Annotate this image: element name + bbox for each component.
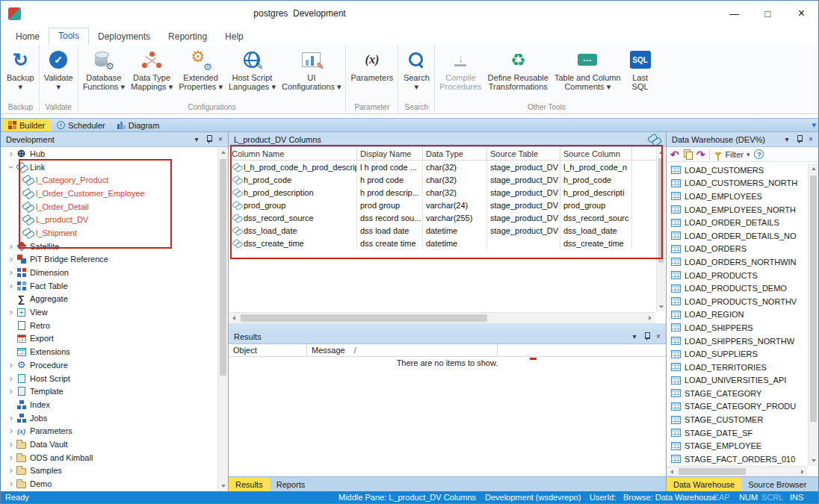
- ribbon-button-data-type-mappings[interactable]: Data TypeMappings ▾: [128, 45, 176, 100]
- view-tab-scheduler[interactable]: Scheduler: [51, 119, 111, 131]
- browser-horizontal-scrollbar[interactable]: [667, 466, 808, 476]
- table-list-item[interactable]: LOAD_SHIPPERS_NORTHW: [667, 335, 808, 348]
- maximize-button[interactable]: □: [751, 1, 785, 26]
- column-header-column-name[interactable]: Column Name: [229, 147, 357, 160]
- table-list-item[interactable]: LOAD_ORDERS_NORTHWIN: [667, 255, 808, 269]
- table-list-item[interactable]: LOAD_PRODUCTS_NORTHV: [667, 295, 808, 308]
- tree-item-fact-table[interactable]: ›Fact Table: [1, 279, 217, 293]
- dropdown-icon[interactable]: ▾: [783, 136, 791, 143]
- tree-item-aggregate[interactable]: ∑Aggregate: [1, 293, 217, 306]
- tree-item-pit-bridge-reference[interactable]: ›PiT Bridge Reference: [1, 253, 217, 267]
- ribbon-button-define-reusable-transformations[interactable]: ♻ Define ReusableTransformations: [485, 45, 551, 100]
- tree-item-view[interactable]: ›+View: [1, 305, 217, 319]
- menu-tab-reporting[interactable]: Reporting: [159, 29, 216, 45]
- tree-item-template[interactable]: ›Template: [1, 385, 217, 398]
- table-list-item[interactable]: STAGE_EMPLOYEE: [667, 439, 808, 452]
- table-list-item[interactable]: LOAD_SUPPLIERS: [667, 347, 808, 361]
- table-list-item[interactable]: STAGE_CUSTOMER: [667, 413, 808, 426]
- tab-data-warehouse[interactable]: Data Warehouse: [667, 477, 741, 491]
- menu-tab-help[interactable]: Help: [216, 29, 253, 45]
- tab-source-browser[interactable]: Source Browser: [741, 477, 813, 491]
- tree-item-index[interactable]: Index: [1, 398, 217, 411]
- column-header-message[interactable]: Message /: [307, 344, 498, 356]
- tree-item-procedure[interactable]: ›⚙Procedure: [1, 358, 217, 372]
- scrollbar-thumb[interactable]: [679, 468, 746, 475]
- scrollbar-thumb[interactable]: [810, 175, 817, 422]
- table-list-item[interactable]: LOAD_CUSTOMERS: [667, 164, 808, 177]
- chevron-right-icon[interactable]: ›: [7, 441, 16, 448]
- undo-arrow-icon[interactable]: ↶: [670, 149, 679, 160]
- tree-item-jobs[interactable]: ›Jobs: [1, 411, 217, 425]
- collapse-chevron-icon[interactable]: ▾: [812, 120, 816, 130]
- table-list-item[interactable]: LOAD_ORDER_DETAILS_NO: [667, 229, 808, 243]
- table-list-item[interactable]: LOAD_ORDER_DETAILS: [667, 216, 808, 229]
- column-header-source-column[interactable]: Source Column: [560, 147, 632, 160]
- scrollbar-thumb[interactable]: [658, 158, 664, 263]
- chevron-right-icon[interactable]: ›: [7, 454, 16, 461]
- chevron-right-icon[interactable]: ›: [7, 150, 16, 158]
- tree-item-l-shipment[interactable]: l_Shipment: [1, 226, 217, 240]
- splitter[interactable]: [229, 323, 666, 329]
- ribbon-button-parameters[interactable]: (x) Parameters: [347, 45, 396, 100]
- table-list-item[interactable]: STAGE_CATEGORY: [667, 387, 808, 400]
- table-row[interactable]: dss_load_date dss load date datetime sta…: [229, 224, 655, 237]
- close-icon[interactable]: ×: [217, 136, 224, 143]
- scroll-right-button[interactable]: [797, 467, 808, 476]
- tree-item-hub[interactable]: ›⊕Hub: [1, 147, 217, 161]
- chevron-right-icon[interactable]: ›: [7, 361, 16, 369]
- scroll-up-button[interactable]: [657, 148, 665, 157]
- ribbon-button-last-sql[interactable]: SQL LastSQL: [624, 45, 657, 100]
- tree-item-data-vault[interactable]: ›Data Vault: [1, 438, 217, 451]
- chevron-expanded-icon[interactable]: ›: [7, 163, 15, 172]
- tree-item-demo[interactable]: ›Demo: [1, 477, 217, 491]
- table-list-item[interactable]: LOAD_PRODUCTS_DEMO: [667, 281, 808, 295]
- column-header-display-name[interactable]: Display Name: [357, 147, 423, 160]
- chevron-right-icon[interactable]: ›: [7, 388, 16, 395]
- tree-item-l-order-detail[interactable]: l_Order_Detail: [1, 200, 217, 214]
- scroll-up-button[interactable]: [809, 164, 818, 174]
- chevron-right-icon[interactable]: ›: [7, 308, 16, 316]
- table-list-item[interactable]: STAGE_CATEGORY_PRODU: [667, 400, 808, 414]
- tab-results[interactable]: Results: [229, 477, 270, 491]
- chevron-right-icon[interactable]: ›: [7, 375, 16, 382]
- tree-item-l-product-dv[interactable]: L_product_DV: [1, 213, 217, 226]
- chevron-right-icon[interactable]: ›: [7, 282, 16, 290]
- table-list-item[interactable]: STAGE_DATE_SF: [667, 426, 808, 440]
- chevron-right-icon[interactable]: ›: [7, 467, 16, 474]
- ribbon-button-database-functions[interactable]: ⚙ DatabaseFunctions ▾: [80, 45, 128, 100]
- tree-item-ods-and-kimball[interactable]: ›ODS and Kimball: [1, 451, 217, 464]
- tree-item-satellite[interactable]: ›Satellite: [1, 240, 217, 253]
- table-list-item[interactable]: LOAD_ORDERS: [667, 243, 808, 256]
- column-header-data-type[interactable]: Data Type: [423, 147, 487, 160]
- close-button[interactable]: ×: [785, 1, 818, 26]
- table-list-item[interactable]: LOAD_SHIPPERS: [667, 321, 808, 335]
- menu-tab-home[interactable]: Home: [7, 29, 49, 45]
- tree-item-l-order-customer-employee[interactable]: l_Order_Customer_Employee: [1, 187, 217, 200]
- redo-arrow-icon[interactable]: ↷: [696, 149, 705, 160]
- table-row[interactable]: dss_record_source dss record sou... varc…: [229, 211, 655, 224]
- scrollbar-thumb[interactable]: [241, 314, 487, 322]
- dropdown-icon[interactable]: ▾: [193, 136, 200, 143]
- scroll-down-button[interactable]: [809, 455, 818, 466]
- menu-tab-deployments[interactable]: Deployments: [89, 29, 159, 45]
- table-row[interactable]: prod_group prod group varchar(24) stage_…: [229, 199, 655, 211]
- filter-button[interactable]: Filter ▾: [714, 150, 750, 159]
- ribbon-button-validate[interactable]: ✓ Validate▾: [41, 45, 76, 100]
- tab-reports[interactable]: Reports: [270, 477, 312, 491]
- scroll-down-button[interactable]: [657, 302, 665, 311]
- table-list-item[interactable]: LOAD_UNIVERSITIES_API: [667, 374, 808, 388]
- chevron-right-icon[interactable]: ›: [7, 414, 16, 422]
- tree-item-link[interactable]: ›Link: [1, 161, 217, 174]
- pin-icon[interactable]: [643, 332, 650, 340]
- table-list-item[interactable]: LOAD_EMPLOYEES_NORTH: [667, 203, 808, 217]
- tree-item-host-script[interactable]: ›Host Script: [1, 372, 217, 385]
- close-icon[interactable]: ×: [655, 333, 662, 340]
- chevron-right-icon[interactable]: ›: [7, 480, 16, 488]
- table-row[interactable]: h_prod_code h prod code char(32) stage_p…: [229, 173, 655, 186]
- scroll-down-button[interactable]: [218, 481, 228, 491]
- tree-item-retro[interactable]: Retro: [1, 319, 217, 332]
- ribbon-button-table-and-column-comments[interactable]: ••• Table and ColumnComments ▾: [551, 45, 624, 100]
- tree-item-export[interactable]: Export: [1, 332, 217, 346]
- scroll-left-button[interactable]: [229, 313, 239, 323]
- menu-tab-tools[interactable]: Tools: [49, 28, 89, 45]
